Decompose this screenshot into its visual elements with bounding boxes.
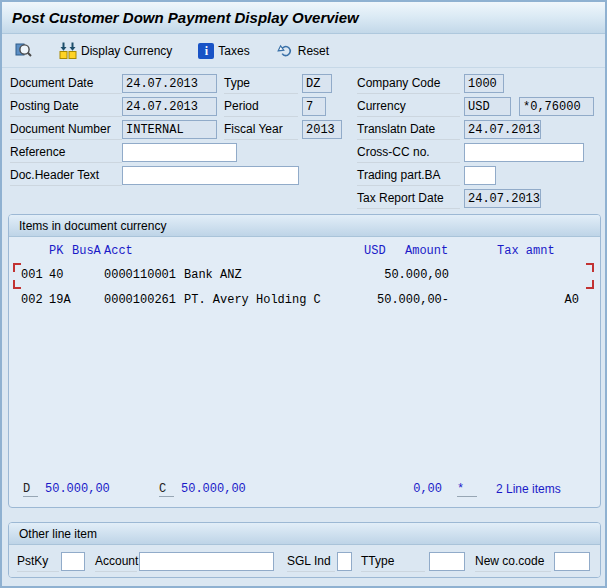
document-date-label: Document Date xyxy=(10,72,122,94)
trading-part-row: Trading part.BA xyxy=(357,164,594,187)
item-amount: 50.000,00 xyxy=(339,268,449,282)
sgl-ind-input[interactable] xyxy=(337,552,352,571)
item-no: 002 xyxy=(21,293,43,307)
reference-input[interactable] xyxy=(122,143,237,162)
items-table-header: PK BusA Acct USD Amount Tax amnt xyxy=(9,243,600,263)
currency-label: Currency xyxy=(357,95,460,117)
translatn-date-row: Translatn Date 24.07.2013 xyxy=(357,118,594,141)
debit-total: 50.000,00 xyxy=(45,482,110,496)
posting-date-field[interactable]: 24.07.2013 xyxy=(122,97,217,116)
currency-field[interactable]: USD xyxy=(464,97,511,116)
items-table: PK BusA Acct USD Amount Tax amnt 001 40 … xyxy=(9,237,600,508)
item-amount: 50.000,00- xyxy=(339,293,449,307)
trading-part-input[interactable] xyxy=(464,166,496,185)
posting-date-label: Posting Date xyxy=(10,95,122,117)
pstky-input[interactable] xyxy=(61,552,85,571)
application-toolbar: Display Currency i Taxes Reset xyxy=(2,35,605,68)
sap-window: Post Customer Down Payment Display Overv… xyxy=(0,0,607,588)
item-account-name: PT. Avery Holding C xyxy=(184,293,321,307)
doc-header-text-label: Doc.Header Text xyxy=(10,164,122,186)
other-line-item-groupbox: Other line item PstKy Account SGL Ind TT… xyxy=(8,522,601,578)
currency-row: Currency USD *0,76000 xyxy=(357,95,594,118)
cross-cc-label: Cross-CC no. xyxy=(357,141,460,163)
credit-indicator: C xyxy=(159,482,174,497)
new-co-code-label: New co.code xyxy=(475,551,551,572)
other-line-item-title: Other line item xyxy=(19,527,97,541)
col-header-pk: PK xyxy=(49,244,63,258)
reset-undo-icon xyxy=(276,42,294,60)
col-header-tax-amnt: Tax amnt xyxy=(497,244,555,258)
sgl-ind-label: SGL Ind xyxy=(287,551,335,572)
document-number-label: Document Number xyxy=(10,118,122,140)
document-header-form: Document Date 24.07.2013 Posting Date 24… xyxy=(2,72,605,212)
col-header-busa: BusA xyxy=(72,244,101,258)
item-no: 001 xyxy=(21,268,43,282)
fiscal-year-field[interactable]: 2013 xyxy=(302,120,342,139)
display-currency-label: Display Currency xyxy=(81,44,172,58)
period-field[interactable]: 7 xyxy=(302,97,326,116)
col-header-amount: Amount xyxy=(405,244,448,258)
taxes-button[interactable]: i Taxes xyxy=(193,40,254,62)
item-pk: 40 xyxy=(49,268,63,282)
item-pk: 19A xyxy=(49,293,71,307)
items-groupbox: Items in document currency PK BusA Acct … xyxy=(8,214,601,508)
fiscal-year-label: Fiscal Year xyxy=(224,118,298,140)
items-group-title: Items in document currency xyxy=(19,219,166,233)
line-items-count: 2 Line items xyxy=(496,482,561,496)
item-account: 0000100261 xyxy=(104,293,176,307)
item-row-001[interactable]: 001 40 0000110001 Bank ANZ 50.000,00 xyxy=(9,267,600,287)
cross-cc-row: Cross-CC no. xyxy=(357,141,594,164)
type-row: Type DZ xyxy=(224,72,342,95)
ttype-input[interactable] xyxy=(429,552,465,571)
tax-report-date-field[interactable]: 24.07.2013 xyxy=(464,189,541,208)
taxes-label: Taxes xyxy=(218,44,249,58)
choose-detail-button[interactable] xyxy=(10,39,38,63)
col-header-usd: USD xyxy=(364,244,386,258)
totals-row: D 50.000,00 C 50.000,00 0,00 * 2 Line it… xyxy=(9,482,600,500)
document-number-field[interactable]: INTERNAL xyxy=(122,120,217,139)
account-input[interactable] xyxy=(139,552,274,571)
items-group-header: Items in document currency xyxy=(9,215,600,237)
display-currency-icon xyxy=(59,42,77,60)
pstky-label: PstKy xyxy=(17,551,59,572)
reference-row: Reference xyxy=(10,141,299,164)
item-row-002[interactable]: 002 19A 0000100261 PT. Avery Holding C 5… xyxy=(9,292,600,312)
item-account: 0000110001 xyxy=(104,268,176,282)
page-title: Post Customer Down Payment Display Overv… xyxy=(12,9,359,26)
reference-label: Reference xyxy=(10,141,122,163)
display-currency-button[interactable]: Display Currency xyxy=(54,39,177,63)
doc-header-text-input[interactable] xyxy=(122,166,299,185)
new-co-code-input[interactable] xyxy=(554,552,590,571)
credit-total: 50.000,00 xyxy=(181,482,246,496)
document-date-field[interactable]: 24.07.2013 xyxy=(122,74,217,93)
tax-report-date-row: Tax Report Date 24.07.2013 xyxy=(357,187,594,210)
form-middle-column: Type DZ Period 7 Fiscal Year 2013 xyxy=(224,72,342,141)
reset-label: Reset xyxy=(298,44,329,58)
doc-header-text-row: Doc.Header Text xyxy=(10,164,299,187)
translatn-date-field[interactable]: 24.07.2013 xyxy=(464,120,541,139)
company-code-field[interactable]: 1000 xyxy=(464,74,504,93)
info-icon: i xyxy=(198,43,214,59)
magnifier-icon xyxy=(15,42,33,60)
window-title-bar: Post Customer Down Payment Display Overv… xyxy=(2,2,605,34)
exchange-rate-field[interactable]: *0,76000 xyxy=(519,97,594,116)
period-label: Period xyxy=(224,95,298,117)
item-account-name: Bank ANZ xyxy=(184,268,242,282)
debit-indicator: D xyxy=(23,482,38,497)
cross-cc-input[interactable] xyxy=(464,143,584,162)
type-label: Type xyxy=(224,72,298,94)
display-indicator-field[interactable]: * xyxy=(457,482,477,497)
tax-report-date-label: Tax Report Date xyxy=(357,187,460,209)
account-label: Account xyxy=(95,551,137,572)
translatn-date-label: Translatn Date xyxy=(357,118,460,140)
type-field[interactable]: DZ xyxy=(302,74,332,93)
company-code-label: Company Code xyxy=(357,72,460,94)
form-right-column: Company Code 1000 Currency USD *0,76000 … xyxy=(357,72,594,210)
fiscal-year-row: Fiscal Year 2013 xyxy=(224,118,342,141)
reset-button[interactable]: Reset xyxy=(271,39,334,63)
col-header-acct: Acct xyxy=(104,244,133,258)
period-row: Period 7 xyxy=(224,95,342,118)
ttype-label: TType xyxy=(361,551,425,572)
item-tax-amnt: A0 xyxy=(479,293,579,307)
other-line-item-header: Other line item xyxy=(9,523,600,545)
